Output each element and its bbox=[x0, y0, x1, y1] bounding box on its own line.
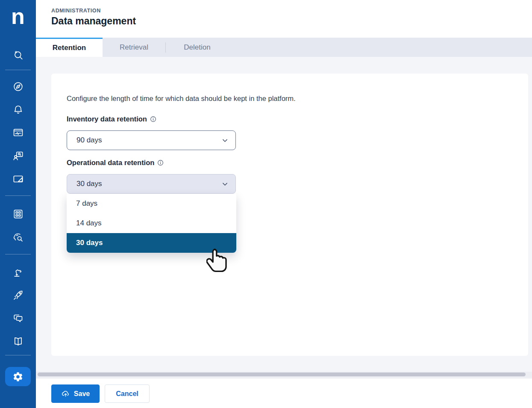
operational-retention-value: 30 days bbox=[76, 180, 221, 188]
gear-icon bbox=[12, 371, 24, 382]
horizontal-scrollbar-thumb[interactable] bbox=[38, 373, 526, 376]
retention-description: Configure the length of time for which d… bbox=[67, 95, 296, 103]
sidebar-item-chat[interactable] bbox=[0, 309, 36, 328]
sidebar-item-remote-session[interactable] bbox=[0, 146, 36, 165]
book-open-icon bbox=[12, 336, 24, 347]
info-icon[interactable] bbox=[150, 115, 157, 123]
app-logo[interactable]: n bbox=[0, 3, 36, 30]
tab-deletion[interactable]: Deletion bbox=[166, 38, 229, 57]
chevron-down-icon bbox=[221, 137, 229, 144]
tab-retention[interactable]: Retention bbox=[36, 38, 103, 57]
bell-icon bbox=[12, 104, 24, 115]
page-title: Data management bbox=[51, 15, 136, 27]
menu-option-14-days[interactable]: 14 days bbox=[67, 213, 236, 233]
save-button-label: Save bbox=[74, 390, 90, 398]
sidebar-item-notifications[interactable] bbox=[0, 100, 36, 119]
inventory-retention-value: 90 days bbox=[76, 136, 221, 145]
card-edit-icon bbox=[12, 173, 24, 185]
operational-retention-select[interactable]: 30 days bbox=[67, 174, 236, 194]
fingerprint-search-icon bbox=[12, 232, 24, 243]
chat-bubbles-icon bbox=[12, 313, 24, 324]
content-area: Configure the length of time for which d… bbox=[36, 57, 532, 378]
robot-arm-icon bbox=[12, 266, 24, 278]
menu-option-30-days[interactable]: 30 days bbox=[67, 233, 236, 253]
sidebar-divider bbox=[5, 70, 31, 70]
tab-bar: Retention Retrieval Deletion bbox=[36, 38, 532, 57]
sidebar-item-documentation[interactable] bbox=[0, 332, 36, 351]
sidebar-item-ai-search[interactable] bbox=[0, 45, 36, 64]
ai-search-icon bbox=[12, 49, 24, 61]
inventory-retention-label: Inventory data retention bbox=[67, 115, 157, 123]
inventory-retention-select[interactable]: 90 days bbox=[67, 130, 236, 150]
sidebar-item-investigate[interactable] bbox=[0, 228, 36, 247]
action-bar: Save Cancel bbox=[36, 378, 532, 408]
remote-session-icon bbox=[12, 150, 24, 162]
sidebar-item-getting-started[interactable] bbox=[0, 286, 36, 305]
sidebar-item-automation[interactable] bbox=[0, 263, 36, 281]
sidebar-divider bbox=[5, 195, 31, 196]
info-icon[interactable] bbox=[157, 159, 164, 166]
tab-retrieval[interactable]: Retrieval bbox=[103, 38, 165, 57]
horizontal-scrollbar-track[interactable] bbox=[36, 372, 532, 378]
apps-grid-icon bbox=[12, 208, 24, 220]
cancel-button[interactable]: Cancel bbox=[105, 384, 150, 403]
breadcrumb: ADMINISTRATION bbox=[51, 8, 101, 14]
menu-option-7-days[interactable]: 7 days bbox=[67, 194, 236, 213]
operational-retention-label: Operational data retention bbox=[67, 159, 164, 167]
sidebar-item-dashboard[interactable] bbox=[0, 77, 36, 96]
sidebar-divider bbox=[5, 355, 31, 355]
cloud-upload-icon bbox=[61, 389, 70, 398]
monitor-activity-icon bbox=[12, 127, 24, 139]
save-button[interactable]: Save bbox=[51, 384, 100, 403]
page-header: ADMINISTRATION Data management bbox=[36, 0, 532, 38]
sidebar-item-settings[interactable] bbox=[5, 367, 31, 386]
operational-retention-menu: 7 days 14 days 30 days bbox=[67, 194, 236, 253]
sidebar-item-apps[interactable] bbox=[0, 204, 36, 223]
compass-icon bbox=[12, 81, 24, 92]
app-root: n bbox=[0, 0, 532, 408]
chevron-down-icon bbox=[221, 180, 229, 188]
sidebar: n bbox=[0, 0, 36, 408]
sidebar-item-systems[interactable] bbox=[0, 123, 36, 142]
sidebar-item-ticketing[interactable] bbox=[0, 169, 36, 188]
sidebar-divider bbox=[5, 254, 31, 254]
rocket-icon bbox=[12, 290, 24, 301]
retention-card: Configure the length of time for which d… bbox=[51, 74, 528, 356]
